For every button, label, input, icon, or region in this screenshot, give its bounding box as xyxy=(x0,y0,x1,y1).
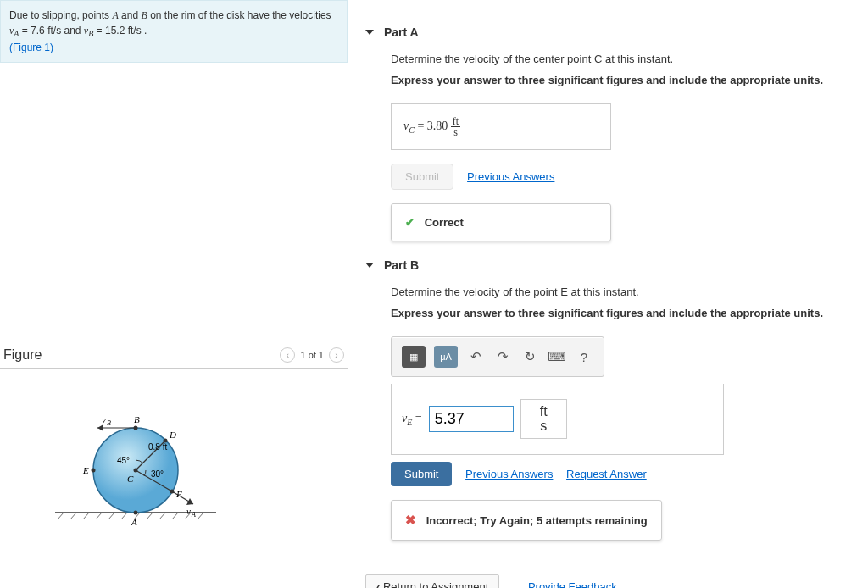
svg-line-10 xyxy=(172,513,178,519)
part-b-value-input[interactable] xyxy=(429,406,514,432)
figure-link[interactable]: (Figure 1) xyxy=(9,42,53,53)
part-b-submit-button[interactable]: Submit xyxy=(391,462,452,486)
figure-next-button[interactable]: › xyxy=(329,347,344,363)
reset-icon[interactable]: ↻ xyxy=(520,347,539,366)
part-b-previous-link[interactable]: Previous Answers xyxy=(465,468,553,480)
svg-text:45°: 45° xyxy=(117,456,130,465)
svg-text:A: A xyxy=(191,511,196,519)
svg-line-2 xyxy=(70,513,76,519)
part-b-title: Part B xyxy=(384,258,419,272)
part-a-answer-box: vC = 3.80 fts xyxy=(391,103,611,150)
cross-icon: ✖ xyxy=(405,513,416,527)
part-a-submit-button: Submit xyxy=(391,164,453,190)
return-to-assignment-button[interactable]: ‹ Return to Assignment xyxy=(365,574,499,588)
equation-toolbar: ▦ μA ↶ ↷ ↻ ⌨ ? xyxy=(391,336,604,377)
svg-text:30°: 30° xyxy=(151,469,164,479)
keyboard-icon[interactable]: ⌨ xyxy=(548,347,566,366)
svg-text:D: D xyxy=(169,430,176,440)
svg-line-3 xyxy=(83,513,89,519)
part-a-previous-link[interactable]: Previous Answers xyxy=(467,170,554,183)
undo-icon[interactable]: ↶ xyxy=(466,347,485,366)
svg-point-16 xyxy=(134,469,138,473)
svg-marker-23 xyxy=(97,424,103,431)
txt: Due to slipping, points xyxy=(9,9,112,21)
part-b-instr: Express your answer to three significant… xyxy=(365,302,860,323)
svg-marker-25 xyxy=(186,498,193,505)
check-icon: ✔ xyxy=(405,216,415,229)
svg-text:B: B xyxy=(107,419,111,427)
svg-text:F: F xyxy=(175,489,182,499)
part-b-prompt: Determine the velocity of the point E at… xyxy=(365,280,860,302)
part-b-header[interactable]: Part B xyxy=(365,241,860,280)
svg-line-1 xyxy=(58,513,64,519)
svg-text:v: v xyxy=(102,414,106,424)
svg-text:0.8 ft: 0.8 ft xyxy=(148,442,167,452)
figure-header: Figure ‹ 1 of 1 › xyxy=(0,342,348,369)
part-b-input-row: vE = fts xyxy=(391,384,724,455)
figure-title: Figure xyxy=(3,347,42,363)
svg-text:A: A xyxy=(131,517,137,527)
provide-feedback-link[interactable]: Provide Feedback xyxy=(528,580,617,588)
svg-text:B: B xyxy=(134,414,140,424)
mu-a-button[interactable]: μA xyxy=(434,346,458,368)
figure-prev-button[interactable]: ‹ xyxy=(280,347,295,363)
svg-text:E: E xyxy=(82,465,89,475)
svg-line-12 xyxy=(198,513,203,519)
part-b-feedback: ✖ Incorrect; Try Again; 5 attempts remai… xyxy=(391,500,662,541)
part-a-instr: Express your answer to three significant… xyxy=(365,69,860,90)
svg-text:v: v xyxy=(186,506,191,516)
svg-line-8 xyxy=(147,513,153,519)
part-b-unit-box[interactable]: fts xyxy=(520,399,567,439)
part-b-request-answer-link[interactable]: Request Answer xyxy=(566,468,647,480)
part-a-title: Part A xyxy=(384,25,419,39)
svg-line-5 xyxy=(108,513,114,519)
problem-statement: Due to slipping, points A and B on the r… xyxy=(0,0,348,63)
part-a-feedback: ✔ Correct xyxy=(391,203,611,241)
redo-icon[interactable]: ↷ xyxy=(493,347,512,366)
template-picker-icon[interactable]: ▦ xyxy=(402,346,426,368)
figure-count: 1 of 1 xyxy=(300,350,324,360)
help-icon[interactable]: ? xyxy=(575,347,593,366)
svg-line-9 xyxy=(159,513,165,519)
part-a-header[interactable]: Part A xyxy=(365,8,860,47)
var-A: A xyxy=(112,9,118,21)
svg-point-18 xyxy=(92,469,96,473)
svg-point-19 xyxy=(134,511,138,515)
caret-down-icon xyxy=(365,263,374,268)
part-a-prompt: Determine the velocity of the center poi… xyxy=(365,47,860,69)
svg-line-6 xyxy=(121,513,127,519)
var-B: B xyxy=(141,9,147,21)
caret-down-icon xyxy=(365,30,374,35)
svg-line-4 xyxy=(96,513,102,519)
svg-text:C: C xyxy=(127,474,134,484)
figure-diagram: vB B D 0.8 ft 45° 30° E C F A vA xyxy=(0,369,348,566)
